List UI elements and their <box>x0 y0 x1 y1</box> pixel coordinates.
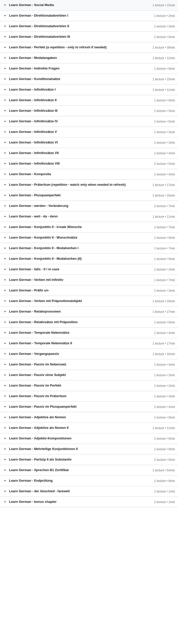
list-item[interactable]: Learn German - Konjunktiv II - Modalverb… <box>0 254 178 264</box>
list-item[interactable]: Learn German - falls - if / in case1 lec… <box>0 264 178 275</box>
chevron-down-icon <box>3 225 7 229</box>
list-item[interactable]: Learn German - Temporale Nebensätze II1 … <box>0 338 178 349</box>
course-meta: 1 lecture • 4min <box>154 151 175 155</box>
course-meta: 1 lecture • 12min <box>152 56 175 60</box>
course-meta: 1 lecture • 39min <box>152 46 175 49</box>
course-meta: 1 lecture • 4min <box>154 173 175 176</box>
list-item[interactable]: Learn German - Perfekt (a repetition - o… <box>0 42 178 53</box>
list-item[interactable]: Learn German - Konjunktiv II - irreale W… <box>0 222 178 233</box>
course-meta: 1 lecture • 11min <box>152 215 175 218</box>
list-item[interactable]: Learn German - weil - da - denn1 lecture… <box>0 211 178 222</box>
course-title: Learn German - Sprechen B1 Zertifikat <box>9 468 149 472</box>
course-meta: 1 lecture • 4min <box>154 405 175 409</box>
chevron-down-icon <box>3 162 7 166</box>
course-title: Learn German - Adjektive als Nomen II <box>9 426 149 430</box>
list-item[interactable]: Learn German - Konjunktiv II - Modalverb… <box>0 243 178 254</box>
list-item[interactable]: Learn German - Temporale Nebensätze1 lec… <box>0 328 178 338</box>
list-item[interactable]: Learn German - werden - Veränderung1 lec… <box>0 201 178 211</box>
course-meta: 1 lecture • 3min <box>154 141 175 144</box>
course-meta: 1 lecture • 15min <box>152 78 175 81</box>
chevron-down-icon <box>3 426 7 430</box>
list-item[interactable]: Learn German - Vorgangspassiv1 lecture •… <box>0 349 178 359</box>
course-title: Learn German - Infinitivsätze VI <box>9 140 151 145</box>
course-title: Learn German - Konditionalsätze <box>9 77 149 81</box>
list-item[interactable]: Learn German - Adjektive als Nomen1 lect… <box>0 412 178 423</box>
course-title: Learn German - Verben mit Präpositionalo… <box>9 299 149 303</box>
list-item[interactable]: Learn German - Verben mit Infinitiv1 lec… <box>0 275 178 285</box>
course-meta: 1 lecture • 1min <box>154 500 175 504</box>
chevron-down-icon <box>3 479 7 483</box>
list-item[interactable]: Learn German - Infinitivsätze VII1 lectu… <box>0 148 178 159</box>
list-item[interactable]: Learn German - Konditionalsätze1 lecture… <box>0 74 178 85</box>
list-item[interactable]: Learn German - bonus chapter1 lecture • … <box>0 497 178 507</box>
course-title: Learn German - Infinitivsätze IV <box>9 119 151 124</box>
list-item[interactable]: Learn German - Endprüfung1 lecture • 8mi… <box>0 476 178 486</box>
list-item[interactable]: Learn German - Infinitivsätze II1 lectur… <box>0 95 178 106</box>
chevron-down-icon <box>3 267 7 271</box>
course-title: Learn German - Relativsätze mit Präposit… <box>9 320 151 324</box>
list-item[interactable]: Learn German - Infinitivsätze VIII1 lect… <box>0 159 178 169</box>
list-item[interactable]: Learn German - Präteritum (repetition - … <box>0 180 178 190</box>
course-title: Learn German - Adjektiv-Kompositionen <box>9 436 151 441</box>
chevron-down-icon <box>3 384 7 388</box>
list-item[interactable]: Learn German - Verben mit Präpositionalo… <box>0 296 178 307</box>
course-meta: 1 lecture • 3min <box>154 130 175 134</box>
course-title: Learn German - Infinitivsätze I <box>9 87 149 92</box>
list-item[interactable]: Learn German - Plusquamperfekt1 lecture … <box>0 190 178 201</box>
course-meta: 1 lecture • 16min <box>152 352 175 356</box>
list-item[interactable]: Learn German - Passiv im Nebensatz1 lect… <box>0 359 178 370</box>
list-item[interactable]: Learn German - Passiv im Präteritum1 lec… <box>0 391 178 402</box>
list-item[interactable]: Learn German - Konjunktiv II - Wunschsät… <box>0 233 178 243</box>
course-meta: 1 lecture • 11min <box>152 88 175 92</box>
list-item[interactable]: Learn German - Passiv ohne Subjekt1 lect… <box>0 370 178 381</box>
chevron-down-icon <box>3 299 7 303</box>
course-title: Learn German - Plusquamperfekt <box>9 193 149 198</box>
list-item[interactable]: Learn German - Passiv im Perfekt1 lectur… <box>0 381 178 391</box>
course-title: Learn German - Komposita <box>9 172 151 176</box>
list-item[interactable]: Learn German - Direktionaladverbien II1 … <box>0 21 178 32</box>
list-item[interactable]: Learn German - Indirekte Fragen1 lecture… <box>0 63 178 74</box>
course-meta: 1 lecture • 4min <box>154 331 175 335</box>
course-meta: 1 lecture • 6min <box>154 35 175 39</box>
list-item[interactable]: Learn German - Sprechen B1 Zertifikat1 l… <box>0 465 178 476</box>
list-item[interactable]: Learn German - Infinitivsätze I1 lecture… <box>0 85 178 95</box>
chevron-down-icon <box>3 56 7 60</box>
course-title: Learn German - Infinitivsätze VII <box>9 151 151 155</box>
course-title: Learn German - Direktionaladverbien I <box>9 13 151 18</box>
list-item[interactable]: Learn German - Relativpronomen1 lecture … <box>0 307 178 317</box>
course-meta: 1 lecture • 17min <box>152 183 175 187</box>
course-meta: 1 lecture • 1min <box>154 490 175 493</box>
list-item[interactable]: Learn German - Modalangaben1 lecture • 1… <box>0 53 178 63</box>
list-item[interactable]: Learn German - der Abschied - farewell1 … <box>0 486 178 497</box>
course-meta: 1 lecture • 2min <box>154 268 175 271</box>
chevron-down-icon <box>3 320 7 324</box>
course-meta: 1 lecture • 8min <box>154 416 175 419</box>
chevron-down-icon <box>3 468 7 472</box>
course-title: Learn German - Passiv im Präteritum <box>9 394 151 398</box>
list-item[interactable]: Learn German - Adjektive als Nomen II1 l… <box>0 423 178 433</box>
course-meta: 1 lecture • 3min <box>154 289 175 292</box>
course-title: Learn German - Temporale Nebensätze II <box>9 341 149 346</box>
chevron-down-icon <box>3 489 7 493</box>
course-meta: 1 lecture • 4min <box>154 363 175 366</box>
list-item[interactable]: Learn German - Direktionaladverbien III1… <box>0 32 178 42</box>
chevron-down-icon <box>3 193 7 197</box>
list-item[interactable]: Learn German - Social Media1 lecture • 1… <box>0 0 178 11</box>
list-item[interactable]: Learn German - Passiv im Plusquamperfekt… <box>0 402 178 412</box>
list-item[interactable]: Learn German - Partizip II als Substanti… <box>0 454 178 465</box>
chevron-down-icon <box>3 119 7 123</box>
list-item[interactable]: Learn German - Adjektiv-Kompositionen1 l… <box>0 433 178 444</box>
list-item[interactable]: Learn German - Mehrteilige Konjunktionen… <box>0 444 178 454</box>
list-item[interactable]: Learn German - Direktionaladverbien I1 l… <box>0 11 178 21</box>
course-meta: 1 lecture • 6min <box>154 321 175 324</box>
list-item[interactable]: Learn German - Relativsätze mit Präposit… <box>0 317 178 328</box>
list-item[interactable]: Learn German - Infinitivsätze VI1 lectur… <box>0 137 178 148</box>
course-meta: 1 lecture • 5min <box>154 162 175 166</box>
list-item[interactable]: Learn German - Komposita1 lecture • 4min <box>0 169 178 180</box>
list-item[interactable]: Learn German - Infinitivsätze V1 lecture… <box>0 127 178 137</box>
list-item[interactable]: Learn German - Infinitivsätze IV1 lectur… <box>0 116 178 127</box>
course-title: Learn German - Infinitivsätze II <box>9 98 151 102</box>
list-item[interactable]: Learn German - Präfix un-1 lecture • 3mi… <box>0 285 178 296</box>
chevron-down-icon <box>3 362 7 366</box>
list-item[interactable]: Learn German - Infinitivsätze III1 lectu… <box>0 106 178 116</box>
